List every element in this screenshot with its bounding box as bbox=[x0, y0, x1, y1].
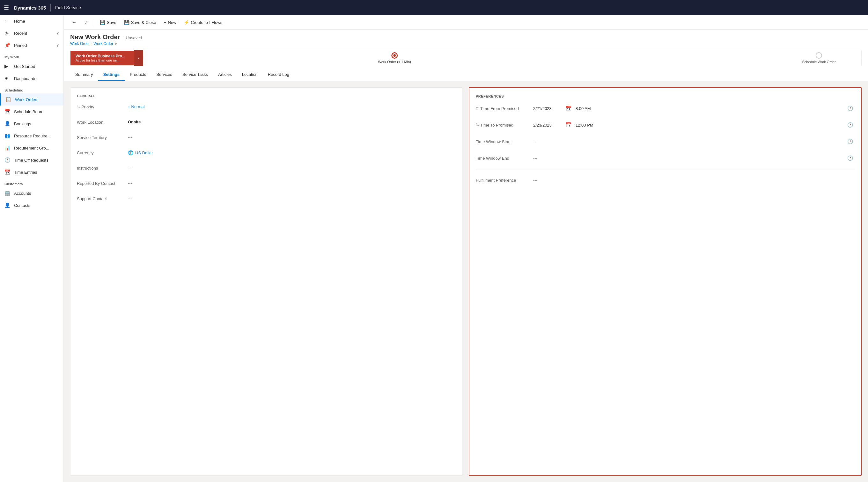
sidebar-item-home[interactable]: ⌂ Home bbox=[0, 15, 63, 27]
hamburger-menu[interactable]: ☰ bbox=[4, 4, 9, 11]
time-window-start-empty[interactable]: --- bbox=[533, 139, 843, 144]
time-window-end-empty[interactable]: --- bbox=[533, 156, 843, 161]
sidebar-item-recent[interactable]: ◷ Recent ∨ bbox=[0, 27, 63, 39]
sidebar-item-bookings[interactable]: 👤 Bookings bbox=[0, 118, 63, 130]
reported-by-row: Reported By Contact --- bbox=[77, 180, 456, 190]
sidebar-label-accounts: Accounts bbox=[14, 191, 31, 196]
sidebar-item-contacts[interactable]: 👤 Contacts bbox=[0, 199, 63, 211]
breadcrumb-item-1[interactable]: Work Order bbox=[70, 41, 90, 46]
save-label: Save bbox=[107, 20, 116, 25]
sidebar-label-contacts: Contacts bbox=[14, 203, 30, 208]
service-territory-value[interactable]: --- bbox=[128, 134, 456, 141]
time-from-promised-row: ⇅ Time From Promised 2/21/2023 📅 8:00 AM… bbox=[476, 103, 855, 114]
general-section-title: GENERAL bbox=[77, 94, 456, 98]
instructions-row: Instructions --- bbox=[77, 164, 456, 174]
sidebar-item-dashboards[interactable]: ⊞ Dashboards bbox=[0, 72, 63, 85]
breadcrumb: Work Order · Work Order ∨ bbox=[70, 41, 862, 46]
service-territory-label: Service Territory bbox=[77, 134, 128, 140]
toolbar-divider bbox=[94, 19, 94, 26]
form-area: GENERAL ⇅ Priority ↕ Normal Work Locatio… bbox=[64, 81, 868, 482]
priority-sort-icon: ↕ bbox=[128, 104, 130, 109]
process-node-2: Schedule Work Order bbox=[802, 52, 836, 64]
save-button[interactable]: 💾 Save bbox=[97, 18, 120, 27]
tab-summary[interactable]: Summary bbox=[70, 69, 98, 81]
schedule-board-icon: 📅 bbox=[4, 109, 11, 115]
time-from-time[interactable]: 8:00 AM bbox=[576, 106, 843, 111]
create-iot-label: Create IoT Flows bbox=[191, 20, 223, 25]
tab-products[interactable]: Products bbox=[125, 69, 151, 81]
save-close-label: Save & Close bbox=[131, 20, 156, 25]
pin-icon: 📌 bbox=[4, 42, 11, 48]
node-1-dot bbox=[393, 54, 396, 57]
sidebar-label-pinned: Pinned bbox=[14, 43, 27, 48]
sidebar-item-time-entries[interactable]: 📆 Time Entries bbox=[0, 166, 63, 178]
time-from-date-picker-button[interactable]: 📅 bbox=[564, 105, 573, 112]
sidebar-label-recent: Recent bbox=[14, 31, 27, 36]
sidebar-item-accounts[interactable]: 🏢 Accounts bbox=[0, 187, 63, 199]
process-flow-line: Work Order (< 1 Min) Schedule Work Order bbox=[143, 50, 861, 66]
sidebar-label-time-entries: Time Entries bbox=[14, 170, 37, 175]
tab-settings[interactable]: Settings bbox=[98, 69, 125, 81]
scheduling-section: Scheduling bbox=[0, 85, 63, 93]
breadcrumb-dropdown-icon[interactable]: ∨ bbox=[115, 41, 117, 46]
breadcrumb-item-2[interactable]: Work Order bbox=[93, 41, 113, 46]
save-close-button[interactable]: 💾 Save & Close bbox=[121, 18, 159, 27]
instructions-value[interactable]: --- bbox=[128, 164, 456, 171]
tab-record-log[interactable]: Record Log bbox=[263, 69, 294, 81]
sidebar-item-work-orders[interactable]: 📋 Work Orders bbox=[0, 93, 63, 105]
tab-services[interactable]: Services bbox=[151, 69, 177, 81]
work-location-label: Work Location bbox=[77, 118, 128, 125]
time-to-date[interactable]: 2/23/2023 bbox=[533, 123, 562, 128]
create-iot-button[interactable]: ⚡ Create IoT Flows bbox=[181, 18, 226, 27]
back-arrow-icon: ← bbox=[72, 20, 76, 25]
work-orders-icon: 📋 bbox=[5, 97, 12, 102]
time-to-lookup-icon: ⇅ bbox=[476, 123, 479, 127]
reported-by-value[interactable]: --- bbox=[128, 180, 456, 187]
time-window-end-label: Time Window End bbox=[476, 156, 533, 161]
priority-value[interactable]: ↕ Normal bbox=[128, 103, 456, 110]
time-from-date[interactable]: 2/21/2023 bbox=[533, 106, 562, 111]
support-contact-row: Support Contact --- bbox=[77, 195, 456, 205]
node-1-circle bbox=[391, 52, 398, 59]
process-collapse-button[interactable]: ‹ bbox=[134, 50, 143, 66]
sidebar-item-resource-req[interactable]: 👥 Resource Require... bbox=[0, 130, 63, 142]
content-area: ← ⤢ 💾 Save 💾 Save & Close + New ⚡ Create… bbox=[64, 15, 868, 482]
popout-button[interactable]: ⤢ bbox=[81, 18, 91, 27]
sidebar-label-home: Home bbox=[14, 19, 25, 24]
toolbar: ← ⤢ 💾 Save 💾 Save & Close + New ⚡ Create… bbox=[64, 15, 868, 30]
time-window-start-time-picker-button[interactable]: 🕐 bbox=[846, 138, 855, 145]
time-window-end-row: Time Window End --- 🕐 bbox=[476, 153, 855, 163]
sidebar-item-get-started[interactable]: ▶ Get Started bbox=[0, 60, 63, 72]
support-contact-value[interactable]: --- bbox=[128, 195, 456, 202]
time-to-date-picker-button[interactable]: 📅 bbox=[564, 122, 573, 128]
sidebar-label-get-started: Get Started bbox=[14, 64, 35, 69]
new-button[interactable]: + New bbox=[160, 18, 179, 27]
reported-by-label: Reported By Contact bbox=[77, 180, 128, 186]
time-window-end-time-picker-button[interactable]: 🕐 bbox=[846, 155, 855, 162]
sidebar-item-time-off[interactable]: 🕐 Time Off Requests bbox=[0, 154, 63, 166]
home-icon: ⌂ bbox=[4, 19, 11, 24]
sidebar-label-schedule-board: Schedule Board bbox=[14, 109, 44, 114]
time-from-time-picker-button[interactable]: 🕐 bbox=[846, 105, 855, 112]
fulfillment-empty[interactable]: --- bbox=[533, 178, 537, 183]
time-to-time-picker-button[interactable]: 🕐 bbox=[846, 122, 855, 128]
back-button[interactable]: ← bbox=[69, 18, 80, 27]
page-status: - Unsaved bbox=[123, 35, 142, 40]
priority-lookup-icon: ⇅ bbox=[77, 105, 80, 109]
time-to-time[interactable]: 12:00 PM bbox=[576, 123, 843, 128]
sidebar-item-requirement-gro[interactable]: 📊 Requirement Gro... bbox=[0, 142, 63, 154]
sidebar-label-work-orders: Work Orders bbox=[15, 97, 38, 102]
tab-articles[interactable]: Articles bbox=[213, 69, 237, 81]
sidebar-item-schedule-board[interactable]: 📅 Schedule Board bbox=[0, 105, 63, 118]
tab-location[interactable]: Location bbox=[237, 69, 263, 81]
currency-globe-icon: 🌐 bbox=[128, 150, 133, 155]
time-to-promised-value: 2/23/2023 📅 12:00 PM 🕐 bbox=[533, 122, 855, 128]
preferences-section-title: PREFERENCES bbox=[476, 94, 855, 98]
time-off-icon: 🕐 bbox=[4, 157, 11, 163]
active-process-stage[interactable]: Work Order Business Pro... Active for le… bbox=[70, 51, 134, 65]
process-node-1: Work Order (< 1 Min) bbox=[378, 52, 411, 64]
currency-label: Currency bbox=[77, 149, 128, 155]
sidebar-item-pinned[interactable]: 📌 Pinned ∨ bbox=[0, 39, 63, 51]
tab-service-tasks[interactable]: Service Tasks bbox=[177, 69, 213, 81]
currency-value[interactable]: 🌐 US Dollar bbox=[128, 149, 456, 157]
